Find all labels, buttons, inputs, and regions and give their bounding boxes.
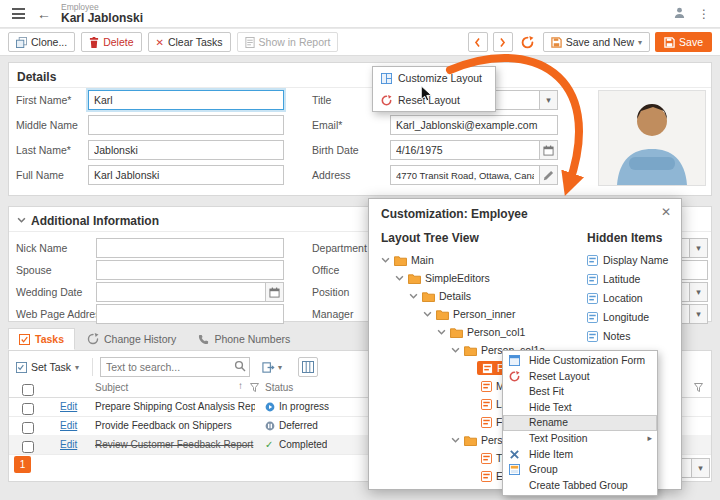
hide-item-menu-item[interactable]: Hide Item	[503, 447, 657, 463]
show-in-report-button[interactable]: Show in Report	[237, 32, 339, 52]
expand-icon[interactable]	[423, 310, 432, 318]
department-dropdown-button[interactable]: ▾	[690, 238, 708, 258]
more-menu-icon[interactable]: ⋮	[698, 7, 710, 21]
hidden-item-icon	[587, 331, 598, 342]
address-edit-button[interactable]	[540, 165, 558, 185]
user-icon[interactable]	[673, 6, 686, 21]
customize-layout-label: Customize Layout	[398, 72, 482, 84]
menu-icon[interactable]	[10, 6, 27, 21]
last-name-field[interactable]	[88, 140, 284, 160]
hide-customization-form-menu-item[interactable]: Hide Customization Form	[503, 353, 657, 369]
next-record-button[interactable]	[493, 32, 513, 52]
hidden-item-latitude[interactable]: Latitude	[587, 270, 640, 288]
row-checkbox[interactable]	[22, 441, 34, 453]
expand-icon[interactable]	[451, 436, 460, 444]
reset-layout-menu-item[interactable]: Reset Layout	[503, 369, 657, 385]
expand-icon[interactable]	[381, 256, 390, 264]
nick-name-field[interactable]	[96, 238, 284, 258]
status-cell: Completed	[279, 439, 327, 450]
sort-ascending-icon[interactable]: ↑	[238, 380, 243, 391]
column-chooser-button[interactable]	[298, 357, 318, 377]
wedding-date-field[interactable]	[96, 282, 266, 302]
save-and-new-button[interactable]: Save and New ▾	[543, 32, 650, 52]
edit-link[interactable]: Edit	[60, 420, 77, 431]
tab-tasks[interactable]: Tasks	[8, 328, 75, 350]
create-tabbed-group-menu-item[interactable]: Create Tabbed Group	[503, 478, 657, 494]
status-filter-icon[interactable]	[694, 382, 703, 394]
expand-icon[interactable]	[451, 346, 460, 354]
column-header-subject[interactable]: Subject	[95, 382, 128, 393]
back-button[interactable]: ←	[37, 7, 51, 21]
chevron-down-icon: ▾	[638, 38, 642, 47]
clear-tasks-button[interactable]: ✕ Clear Tasks	[148, 32, 231, 52]
reset-layout-icon	[381, 95, 392, 106]
refresh-button[interactable]	[518, 32, 538, 52]
search-icon[interactable]	[234, 360, 246, 374]
previous-record-button[interactable]	[468, 32, 488, 52]
expand-icon[interactable]	[395, 274, 404, 282]
folder-icon	[436, 309, 449, 320]
pager-page-1[interactable]: 1	[14, 456, 31, 473]
row-checkbox[interactable]	[22, 403, 34, 415]
position-dropdown-button[interactable]: ▾	[690, 282, 708, 302]
export-button[interactable]: ▾	[262, 357, 282, 377]
row-checkbox[interactable]	[22, 422, 34, 434]
expand-icon[interactable]	[437, 328, 446, 336]
collapse-chevron-icon[interactable]	[17, 214, 26, 226]
dialog-title: Customization: Employee	[381, 207, 528, 221]
hidden-item-icon	[587, 312, 598, 323]
text-position-menu-item[interactable]: Text Position ▸	[503, 431, 657, 447]
edit-link[interactable]: Edit	[60, 439, 77, 450]
wedding-date-calendar-button[interactable]	[266, 282, 284, 302]
tree-node-simpleeditors[interactable]: SimpleEditors	[395, 269, 490, 287]
birth-date-calendar-button[interactable]	[540, 140, 558, 160]
manager-dropdown-button[interactable]: ▾	[690, 304, 708, 324]
hidden-item-longitude[interactable]: Longitude	[587, 308, 649, 326]
close-icon[interactable]: ✕	[661, 205, 671, 219]
tree-node-person-col1[interactable]: Person_col1	[437, 323, 525, 341]
delete-button[interactable]: Delete	[81, 32, 141, 52]
tree-node-details[interactable]: Details	[409, 287, 471, 305]
tasks-icon	[19, 334, 30, 345]
full-name-field[interactable]	[88, 165, 284, 185]
group-icon	[509, 464, 520, 475]
submenu-arrow-icon: ▸	[647, 431, 652, 447]
reset-layout-menu-item[interactable]: Reset Layout	[373, 89, 495, 111]
best-fit-menu-item[interactable]: Best Fit	[503, 384, 657, 400]
hidden-item-notes[interactable]: Notes	[587, 327, 630, 345]
layout-item-icon	[481, 417, 492, 428]
tab-change-history[interactable]: Change History	[77, 328, 186, 350]
middle-name-field[interactable]	[88, 115, 284, 135]
tree-node-main[interactable]: Main	[381, 251, 434, 269]
page-size-dropdown-button[interactable]: ▾	[692, 458, 710, 478]
employee-photo[interactable]	[598, 90, 706, 186]
group-menu-item[interactable]: Group	[503, 462, 657, 478]
search-input[interactable]	[100, 357, 250, 377]
edit-link[interactable]: Edit	[60, 401, 77, 412]
customize-layout-menu-item[interactable]: Customize Layout	[373, 67, 495, 89]
tab-phone-numbers[interactable]: Phone Numbers	[188, 328, 300, 350]
tree-node-person-inner[interactable]: Person_inner	[423, 305, 515, 323]
rename-menu-item[interactable]: Rename	[503, 415, 657, 431]
subject-filter-icon[interactable]	[250, 382, 259, 394]
record-toolbar: Clone... Delete ✕ Clear Tasks Show in Re…	[0, 29, 720, 56]
layout-item-icon	[482, 363, 493, 374]
save-button[interactable]: Save	[655, 32, 712, 52]
hidden-item-location[interactable]: Location	[587, 289, 643, 307]
first-name-field[interactable]	[88, 90, 284, 110]
email-field[interactable]	[390, 115, 558, 135]
title-dropdown-button[interactable]: ▾	[540, 90, 558, 110]
set-task-button[interactable]: Set Task ▾	[16, 357, 79, 377]
expand-icon[interactable]	[409, 292, 418, 300]
folder-icon	[422, 291, 435, 302]
select-all-checkbox[interactable]	[22, 384, 34, 396]
address-field[interactable]	[390, 165, 540, 185]
clone-button[interactable]: Clone...	[8, 32, 75, 52]
column-header-status[interactable]: Status	[265, 382, 293, 393]
hide-text-menu-item[interactable]: Hide Text	[503, 400, 657, 416]
hidden-item-display-name[interactable]: Display Name	[587, 251, 668, 269]
web-page-field[interactable]	[96, 304, 284, 324]
chevron-right-icon	[498, 37, 507, 48]
spouse-field[interactable]	[96, 260, 284, 280]
birth-date-field[interactable]	[390, 140, 540, 160]
